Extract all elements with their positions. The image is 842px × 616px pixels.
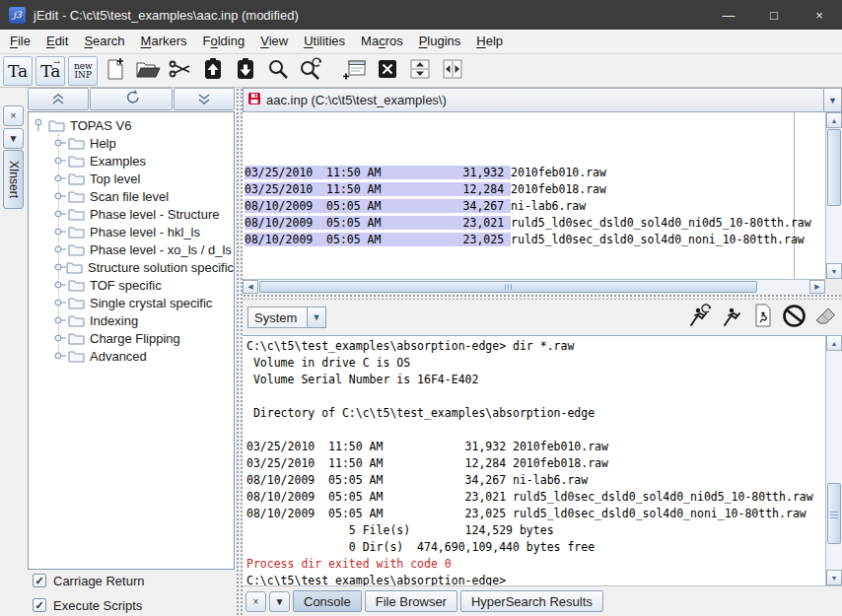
tree-collapsed-handle-icon[interactable]: [52, 227, 68, 237]
menu-item-help[interactable]: Help: [468, 30, 511, 53]
menu-item-search[interactable]: Search: [76, 30, 132, 53]
menu-item-markers[interactable]: Markers: [133, 30, 195, 53]
scrollbar-thumb[interactable]: [827, 483, 841, 544]
tree-item-advanced[interactable]: Advanced: [29, 347, 234, 365]
run-to-buffer-button[interactable]: [749, 305, 776, 330]
run-again-button[interactable]: [686, 305, 713, 330]
tree-collapsed-handle-icon[interactable]: [52, 156, 68, 166]
editor-vertical-scrollbar[interactable]: ▲ ▼: [825, 112, 842, 279]
buffer-combo[interactable]: aac.inp (C:\c\t5\test_examples\): [243, 88, 824, 112]
scroll-down-arrow-icon[interactable]: ▼: [826, 570, 842, 585]
new-inp-button[interactable]: new INP: [68, 56, 98, 86]
tree-item-single-crystal-specific[interactable]: Single crystal specific: [29, 294, 234, 311]
open-file-button[interactable]: [133, 56, 163, 86]
menu-item-plugins[interactable]: Plugins: [411, 30, 469, 53]
split-horizontal-button[interactable]: [405, 56, 435, 86]
split-vertical-button[interactable]: [438, 56, 467, 86]
dock-menu-button[interactable]: ▼: [3, 128, 24, 149]
shell-selector[interactable]: System ▼: [247, 307, 326, 328]
paste-button[interactable]: [231, 56, 260, 86]
tab-file-browser[interactable]: File Browser: [365, 590, 457, 612]
menu-item-macros[interactable]: Macros: [353, 30, 411, 53]
run-button[interactable]: [718, 305, 744, 330]
tab-hypersearch-results[interactable]: HyperSearch Results: [460, 590, 603, 612]
menu-item-utilities[interactable]: Utilities: [296, 30, 353, 53]
new-file-button[interactable]: [101, 56, 130, 86]
scrollbar-thumb[interactable]: [827, 129, 841, 206]
close-button[interactable]: ×: [797, 0, 842, 30]
tree-item-top-level[interactable]: Top level: [29, 170, 234, 187]
tree-collapsed-handle-icon[interactable]: [52, 298, 68, 308]
tree-item-examples[interactable]: Examples: [29, 152, 234, 170]
clear-console-button[interactable]: [812, 305, 839, 330]
maximize-button[interactable]: □: [751, 0, 797, 30]
tree-item-phase-level-xo-ls-d-ls[interactable]: Phase level - xo_ls / d_ls: [29, 240, 234, 258]
tab-console[interactable]: Console: [293, 590, 362, 612]
checkbox-checked-icon[interactable]: ✓: [33, 574, 46, 587]
dock-menu-button[interactable]: ▼: [269, 591, 290, 612]
text-automation-button[interactable]: Ta: [3, 56, 33, 86]
execute-scripts-checkbox[interactable]: ✓ Execute Scripts: [33, 596, 142, 614]
stop-button[interactable]: [781, 305, 807, 330]
titlebar: j3 jEdit - C:\c\t5\test_examples\aac.inp…: [0, 0, 842, 30]
window-controls: — □ ×: [706, 0, 842, 30]
copy-button[interactable]: [198, 56, 228, 86]
tree-item-label: Top level: [90, 171, 140, 186]
reload-tree-button[interactable]: [90, 88, 172, 110]
shell-dropdown-arrow-icon[interactable]: ▼: [307, 308, 325, 327]
minimize-button[interactable]: —: [706, 0, 751, 30]
tree-collapsed-handle-icon[interactable]: [52, 333, 68, 343]
console-lines: C:\c\t5\test_examples\absorption-edge> d…: [243, 336, 825, 585]
scroll-up-arrow-icon[interactable]: ▲: [826, 112, 842, 128]
tree-item-phase-level-hkl-ls[interactable]: Phase level - hkl_ls: [29, 223, 234, 240]
menu-item-folding[interactable]: Folding: [195, 30, 253, 53]
vertical-splitter[interactable]: [236, 88, 243, 616]
console-vertical-scrollbar[interactable]: ▲ ▼: [825, 335, 842, 585]
tree-expanded-handle-icon[interactable]: [33, 118, 48, 132]
menu-item-edit[interactable]: Edit: [38, 30, 76, 53]
tree-collapsed-handle-icon[interactable]: [52, 315, 68, 325]
menu-item-view[interactable]: View: [252, 30, 296, 53]
scroll-left-arrow-icon[interactable]: ◀: [243, 280, 258, 294]
tree-collapsed-handle-icon[interactable]: [52, 191, 68, 201]
tree-item-charge-flipping[interactable]: Charge Flipping: [29, 329, 234, 347]
text-area[interactable]: 03/25/2010 11:50 AM 31,932 2010feb010.ra…: [243, 112, 825, 279]
tree-item-phase-level-structure[interactable]: Phase level - Structure: [29, 205, 234, 223]
xinsert-tree[interactable]: TOPAS V6 HelpExamplesTop levelScan file …: [28, 111, 235, 570]
text-automation-run-button[interactable]: Ta →: [35, 56, 65, 86]
find-button[interactable]: [263, 56, 293, 86]
dock-close-button[interactable]: ×: [246, 591, 266, 612]
tree-collapsed-handle-icon[interactable]: [52, 244, 68, 254]
buffer-dropdown-button[interactable]: ▼: [824, 88, 842, 112]
tree-item-help[interactable]: Help: [29, 134, 234, 152]
checkbox-checked-icon[interactable]: ✓: [33, 598, 46, 612]
tree-collapsed-handle-icon[interactable]: [52, 280, 68, 290]
scroll-down-arrow-icon[interactable]: ▼: [826, 263, 842, 279]
carriage-return-checkbox[interactable]: ✓ Carriage Return: [33, 572, 145, 589]
new-floating-instance-button[interactable]: [340, 56, 370, 86]
tree-item-scan-file-level[interactable]: Scan file level: [29, 187, 234, 205]
console-output[interactable]: C:\c\t5\test_examples\absorption-edge> d…: [243, 335, 825, 585]
unsplit-button[interactable]: [373, 56, 402, 86]
tree-collapsed-handle-icon[interactable]: [52, 173, 68, 183]
cut-button[interactable]: [166, 56, 195, 86]
run-again-icon: [686, 304, 713, 331]
find-next-button[interactable]: [296, 56, 325, 86]
tree-collapsed-handle-icon[interactable]: [52, 138, 68, 148]
menu-item-file[interactable]: File: [2, 30, 38, 53]
tree-item-tof-specific[interactable]: TOF specific: [29, 276, 234, 294]
dock-close-button[interactable]: ×: [3, 105, 24, 126]
scroll-up-arrow-icon[interactable]: ▲: [826, 335, 842, 351]
scroll-right-arrow-icon[interactable]: ▶: [809, 280, 825, 294]
xinsert-dock-tab[interactable]: XInsert: [3, 150, 24, 209]
expand-all-button[interactable]: [174, 88, 235, 110]
tree-item-structure-solution-specific[interactable]: Structure solution specific: [29, 258, 234, 276]
tree-item-topas-v6[interactable]: TOPAS V6: [29, 116, 234, 134]
scrollbar-thumb[interactable]: [259, 281, 757, 293]
collapse-all-button[interactable]: [28, 88, 89, 110]
tree-collapsed-handle-icon[interactable]: [52, 262, 66, 272]
editor-horizontal-scrollbar[interactable]: ◀ ▶: [243, 279, 825, 294]
tree-item-indexing[interactable]: Indexing: [29, 311, 234, 329]
tree-collapsed-handle-icon[interactable]: [52, 351, 68, 361]
tree-collapsed-handle-icon[interactable]: [52, 209, 68, 219]
